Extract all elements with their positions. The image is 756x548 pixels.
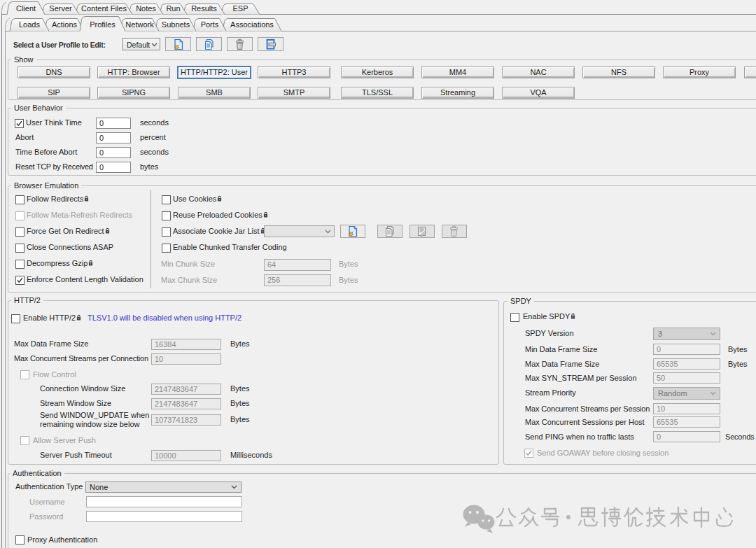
svg-text:Results: Results — [191, 4, 217, 13]
svg-text:Subnets: Subnets — [162, 20, 190, 29]
svg-text:Actions: Actions — [52, 20, 78, 29]
svg-text:Associations: Associations — [230, 20, 274, 29]
svg-text:Loads: Loads — [19, 20, 40, 29]
svg-text:Client: Client — [16, 4, 36, 13]
svg-text:Ports: Ports — [201, 20, 219, 29]
svg-text:Profiles: Profiles — [90, 20, 115, 29]
svg-text:Network: Network — [125, 20, 154, 29]
svg-text:ESP: ESP — [232, 4, 248, 13]
svg-text:Content Files: Content Files — [81, 4, 127, 13]
svg-text:Notes: Notes — [136, 4, 156, 13]
svg-text:Server: Server — [49, 4, 72, 13]
svg-text:Run: Run — [166, 4, 180, 13]
